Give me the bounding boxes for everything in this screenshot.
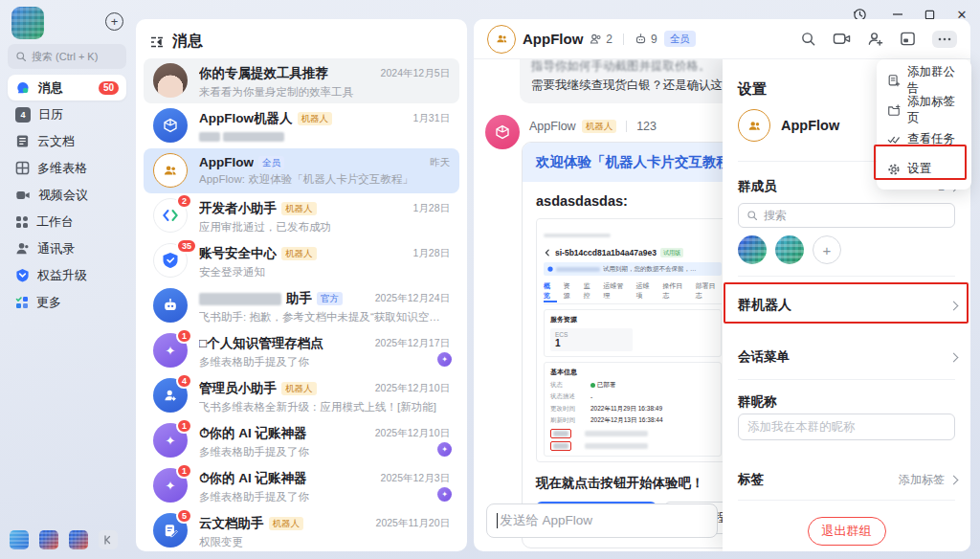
sidebar-item-video[interactable]: 视频会议 — [8, 182, 126, 208]
sidebar-item-docs[interactable]: 云文档 — [8, 128, 126, 154]
sidebar-item-label: 更多 — [36, 294, 61, 311]
official-tag: 官方 — [317, 292, 343, 305]
menu-item-add-tab[interactable]: 添加标签页 — [877, 95, 971, 124]
sender-name[interactable]: AppFlow — [529, 120, 576, 133]
sidebar-item-label: 工作台 — [36, 213, 74, 231]
conversation-item[interactable]: 5 云文档助手 机器人 2025年11月20日 权限变更 — [144, 508, 459, 551]
tab: 运维项 — [636, 281, 657, 301]
menu-item-add-announcement[interactable]: 添加群公告 — [877, 65, 971, 95]
chat-bubble: 指导你如何手动截图并提取价格。 需要我继续查现货白银？还是确认这只股 — [520, 59, 724, 103]
conversation-item[interactable]: 35 账号安全中心 机器人 1月28日 安全登录通知 — [144, 238, 459, 283]
all-members-tag: 全员 — [664, 31, 696, 47]
info-value: 2022年11月29日 16:38:49 — [590, 405, 662, 414]
banner-text: 试用到期，您的数据不会保留，请注意备份。 — [603, 265, 697, 274]
app-logo — [11, 7, 44, 39]
group-info-row[interactable]: AppFlow — [738, 109, 839, 142]
conversation-item[interactable]: 你的专属提效工具推荐 2024年12月5日 来看看为你量身定制的效率工具 — [144, 58, 459, 103]
conversation-time: 昨天 — [430, 156, 450, 169]
group-avatar[interactable] — [487, 25, 516, 54]
conversation-item[interactable]: 2 开发者小助手 机器人 1月28日 应用审批通过，已发布成功 — [144, 193, 459, 238]
menu-item-label: 添加群公告 — [907, 64, 961, 97]
sidebar-item-contacts[interactable]: 通讯录 — [8, 235, 126, 261]
leave-group-button[interactable]: 退出群组 — [808, 517, 886, 546]
sidebar-item-label: 多维表格 — [37, 160, 87, 177]
conversation-name: ⏱你的 AI 记账神器 — [199, 425, 307, 442]
dock-app-icon[interactable] — [69, 530, 88, 549]
divider — [738, 379, 955, 380]
conversation-item[interactable]: ✦ 1 □个人知识管理存档点 2025年12月17日 多维表格助手提及了你 ✦ — [144, 328, 459, 373]
unread-count-badge: 1 — [176, 463, 192, 479]
text-caret — [497, 513, 498, 528]
dock-collapse-button[interactable] — [99, 530, 118, 549]
avatar — [153, 63, 188, 98]
open-in-tab-icon[interactable] — [900, 31, 916, 47]
group-name: AppFlow — [781, 118, 839, 133]
nickname-input[interactable]: 添加我在本群的昵称 — [738, 414, 955, 440]
member-search-input[interactable]: 搜索 — [738, 203, 955, 228]
dock-app-icon[interactable] — [39, 530, 58, 549]
sidebar-item-base[interactable]: 多维表格 — [8, 155, 126, 181]
global-search-input[interactable]: 搜索 (Ctrl + K) — [8, 44, 126, 69]
add-tag-action[interactable]: 添加标签 — [899, 472, 945, 488]
embedded-screenshot: si-5b14ccd81a1b4a47a9e3 试用版 试用到期，您的数据不会保… — [536, 218, 724, 462]
conversation-time: 1月28日 — [412, 247, 450, 260]
member-count[interactable]: 2 — [590, 33, 612, 46]
all-members-tag: 全员 — [258, 156, 284, 169]
bot-count[interactable]: 9 — [635, 33, 657, 46]
bot-tag: 机器人 — [281, 382, 317, 395]
add-button[interactable]: + — [105, 12, 123, 31]
conversation-item[interactable]: ✦ 1 ⏱你的 AI 记账神器 2025年12月10日 多维表格助手提及了你 ✦ — [144, 418, 459, 463]
conversation-name: ⏱你的 AI 记账神器 — [199, 470, 307, 487]
sidebar-item-more[interactable]: 更多 — [8, 289, 126, 315]
bot-tag: 机器人 — [281, 202, 317, 215]
conversation-item[interactable]: AppFlow机器人 机器人 1月31日 — [144, 103, 459, 148]
conversation-item[interactable]: ✦ 1 ⏱你的 AI 记账神器 2025年12月3日 多维表格助手提及了你 ✦ — [144, 463, 459, 508]
conversation-preview-masked — [199, 130, 450, 142]
add-member-icon[interactable] — [867, 31, 883, 47]
announcement-icon — [887, 74, 901, 87]
conversation-item[interactable]: 助手 官方 2025年12月24日 飞书助手: 抱歉，参考文档中未提及“获取知识… — [144, 283, 459, 328]
resource-label: ECS — [555, 331, 628, 338]
search-in-chat-icon[interactable] — [800, 31, 816, 47]
member-avatar[interactable] — [738, 235, 767, 264]
session-menu-label: 会话菜单 — [738, 348, 790, 366]
bot-avatar[interactable] — [485, 115, 520, 149]
menu-item-label: 添加标签页 — [907, 94, 961, 126]
session-menu-row[interactable]: 会话菜单 — [738, 343, 957, 371]
sidebar-item-workplace[interactable]: 工作台 — [8, 209, 126, 235]
dock-app-icon[interactable] — [10, 530, 29, 549]
tags-row[interactable]: 标签 添加标签 — [738, 465, 957, 494]
sidebar-item-upgrade[interactable]: 权益升级 — [8, 262, 126, 288]
add-member-button[interactable]: + — [813, 235, 841, 264]
member-avatar[interactable] — [775, 235, 804, 264]
info-banner: 试用到期，您的数据不会保留，请注意备份。 — [544, 262, 722, 276]
annotation-box-group-bots — [724, 282, 969, 324]
bot-tag: 机器人 — [269, 517, 304, 530]
nickname-section: 群昵称 — [738, 392, 957, 412]
sidebar-item-messages[interactable]: 消息 50 — [8, 75, 126, 101]
unread-count-badge: 35 — [176, 238, 197, 254]
bot-tag: 机器人 — [582, 120, 617, 133]
message-input[interactable]: 发送给 AppFlow — [486, 503, 718, 538]
chat-message-area[interactable]: 指导你如何手动截图并提取价格。 需要我继续查现货白银？还是确认这只股 AppFl… — [474, 59, 724, 551]
instance-id: si-5b14ccd81a1b4a47a9e3 — [555, 248, 657, 257]
conversation-item-selected[interactable]: AppFlow 全员 昨天 AppFlow: 欢迎体验「机器人卡片交互教程」 — [144, 148, 459, 193]
interactive-card: 欢迎体验「机器人卡片交互教程」 asdasdasdas: si-5b14ccd8… — [522, 142, 724, 548]
info-label: 更改时间 — [550, 405, 590, 414]
more-actions-button[interactable] — [932, 31, 957, 48]
sidebar-item-calendar[interactable]: 4 日历 — [8, 101, 126, 127]
chat-header: AppFlow 2 9 全员 — [474, 19, 970, 59]
card-text: asdasdasdas: — [536, 193, 724, 209]
conversation-name: AppFlow机器人 — [199, 110, 293, 127]
conversation-preview: 多维表格助手提及了你 — [199, 355, 419, 369]
panel-title: 基本信息 — [550, 368, 715, 377]
sender-meta: 123 — [636, 120, 657, 133]
bot-tag: 机器人 — [298, 112, 333, 125]
conversation-item[interactable]: 4 管理员小助手 机器人 2025年12月10日 飞书多维表格全新升级：应用模式… — [144, 373, 459, 418]
video-call-icon[interactable] — [833, 31, 851, 47]
sidebar-item-label: 云文档 — [37, 133, 75, 150]
message-list-panel: 消息 你的专属提效工具推荐 2024年12月5日 来看看为你量身定制的效率工具 … — [136, 19, 467, 551]
filter-list-icon[interactable] — [149, 34, 165, 50]
calendar-icon: 4 — [15, 107, 31, 123]
sidebar-item-label: 日历 — [38, 106, 63, 123]
